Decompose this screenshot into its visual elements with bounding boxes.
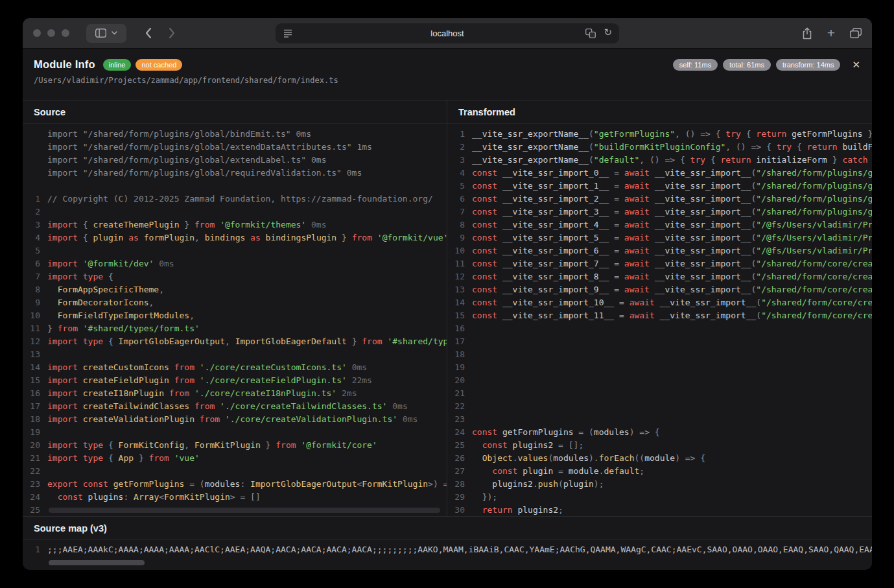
code-text: const plugin = module.default; [465, 465, 644, 478]
translate-icon[interactable] [585, 29, 596, 38]
code-line: 22 [447, 400, 872, 413]
transformed-code[interactable]: 1__vite_ssr_exportName__("getFormPlugins… [447, 124, 872, 516]
sourcemap-section: Source map (v3) 1 ;;;AAEA;AAAkC;AAAA;AAA… [23, 516, 872, 569]
line-number: 7 [447, 206, 465, 218]
window-zoom-button[interactable] [62, 29, 69, 37]
line-number: 18 [23, 413, 40, 426]
code-text: const __vite_ssr_import_5__ = await __vi… [465, 231, 872, 244]
code-text: const __vite_ssr_import_9__ = await __vi… [465, 283, 872, 296]
line-number: 4 [23, 231, 40, 244]
browser-toolbar: localhost ↻ + [23, 18, 872, 49]
code-line: 24 const plugins: Array<FormKitPlugin> =… [23, 491, 447, 504]
code-text: import { plugin as formPlugin, bindings … [40, 231, 447, 244]
code-line: 23 [447, 413, 872, 426]
code-text: import '@formkit/dev' 0ms [40, 257, 174, 270]
line-number: 19 [23, 426, 40, 439]
line-number: 24 [447, 426, 465, 439]
close-button[interactable]: ✕ [852, 59, 860, 71]
code-line: 18import createValidationPlugin from './… [23, 413, 447, 426]
code-text: const __vite_ssr_import_6__ = await __vi… [465, 244, 872, 257]
line-number: 27 [447, 465, 465, 478]
status-badges: inlinenot cached [103, 59, 183, 71]
source-code[interactable]: import "/shared/form/plugins/global/bind… [23, 124, 447, 516]
code-text: const __vite_ssr_import_7__ = await __vi… [465, 257, 872, 270]
source-panel: Source import "/shared/form/plugins/glob… [23, 100, 447, 516]
line-number: 12 [23, 335, 40, 348]
reload-icon[interactable]: ↻ [604, 27, 612, 38]
code-text: const __vite_ssr_import_0__ = await __vi… [465, 167, 872, 180]
forward-button[interactable] [169, 27, 176, 39]
line-number [23, 167, 40, 180]
code-line [23, 180, 447, 193]
code-text: const __vite_ssr_import_11__ = await __v… [465, 309, 872, 322]
code-line: 27 const plugin = module.default; [447, 465, 872, 478]
line-number: 8 [447, 218, 465, 231]
line-number: 22 [447, 400, 465, 413]
line-number: 4 [447, 167, 465, 180]
code-text: FormFieldTypeImportModules, [40, 309, 194, 322]
line-number: 2 [447, 141, 465, 154]
code-line: 4const __vite_ssr_import_0__ = await __v… [447, 167, 872, 180]
code-line: 13 [23, 348, 447, 361]
line-number: 28 [447, 478, 465, 491]
code-line: 20import type { FormKitConfig, FormKitPl… [23, 439, 447, 452]
sourcemap-mappings: ;;;AAEA;AAAkC;AAAA;AAAA;AAAA;AAClC;AAEA;… [40, 543, 872, 556]
line-number: 26 [447, 452, 465, 465]
line-number: 11 [23, 322, 40, 335]
sourcemap-horizontal-scrollbar[interactable] [49, 560, 145, 565]
code-text: import type { ImportGlobEagerOutput, Imp… [40, 335, 447, 348]
code-line: 15import createFieldPlugin from './core/… [23, 374, 447, 387]
code-line: 10const __vite_ssr_import_6__ = await __… [447, 244, 872, 257]
code-line: 9 FormDecoratorIcons, [23, 296, 447, 309]
line-number: 19 [447, 361, 465, 374]
source-horizontal-scrollbar[interactable] [49, 508, 440, 513]
module-header: Module Info inlinenot cached self: 11mst… [23, 49, 872, 100]
code-line: 29 }); [447, 491, 872, 504]
code-text [40, 180, 47, 193]
line-number: 14 [23, 361, 40, 374]
page-title: Module Info [34, 58, 95, 71]
code-text [40, 206, 47, 218]
code-line: 19 [447, 361, 872, 374]
share-icon[interactable] [802, 27, 812, 40]
code-line: 17import createTailwindClasses from './c… [23, 400, 447, 413]
line-number: 20 [23, 439, 40, 452]
line-number: 15 [447, 309, 465, 322]
line-number [23, 128, 40, 141]
code-text: import type { App } from 'vue' [40, 452, 200, 465]
new-tab-icon[interactable]: + [827, 26, 835, 40]
sidebar-icon [95, 29, 106, 38]
window-close-button[interactable] [33, 29, 41, 37]
address-bar[interactable]: localhost ↻ [276, 23, 619, 43]
back-button[interactable] [145, 27, 152, 39]
line-number: 1 [23, 193, 40, 206]
code-line: 14import createCustomIcons from './core/… [23, 361, 447, 374]
tab-overview-icon[interactable] [850, 28, 862, 38]
window-minimize-button[interactable] [47, 29, 55, 37]
sourcemap-code[interactable]: 1 ;;;AAEA;AAAkC;AAAA;AAAA;AAAA;AAClC;AAE… [23, 540, 872, 556]
code-text: import "/shared/form/plugins/global/exte… [40, 154, 326, 167]
code-line: 2__vite_ssr_exportName__("buildFormKitPl… [447, 141, 872, 154]
sidebar-toggle-button[interactable] [86, 24, 126, 43]
source-panel-title: Source [23, 100, 447, 124]
line-number: 22 [23, 465, 40, 478]
code-text: __vite_ssr_exportName__("buildFormKitPlu… [465, 141, 872, 154]
code-line: 8const __vite_ssr_import_4__ = await __v… [447, 218, 872, 231]
line-number: 17 [447, 335, 465, 348]
code-text: return plugins2; [465, 504, 563, 516]
line-number: 11 [447, 257, 465, 270]
code-line: import "/shared/form/plugins/global/exte… [23, 141, 447, 154]
code-text: const getFormPlugins = (modules) => { [465, 426, 660, 439]
code-line: 19 [23, 426, 447, 439]
code-line: 2 [23, 206, 447, 218]
code-text: plugins2.push(plugin); [465, 478, 604, 491]
line-number: 25 [23, 504, 40, 516]
code-line: import "/shared/form/plugins/global/exte… [23, 154, 447, 167]
line-number: 30 [447, 504, 465, 516]
line-number: 12 [447, 270, 465, 283]
code-line: 5const __vite_ssr_import_1__ = await __v… [447, 180, 872, 193]
code-text: const __vite_ssr_import_2__ = await __vi… [465, 193, 872, 206]
code-text [40, 348, 47, 361]
code-line: 3__vite_ssr_exportName__("default", () =… [447, 154, 872, 167]
code-text: import createValidationPlugin from './co… [40, 413, 418, 426]
